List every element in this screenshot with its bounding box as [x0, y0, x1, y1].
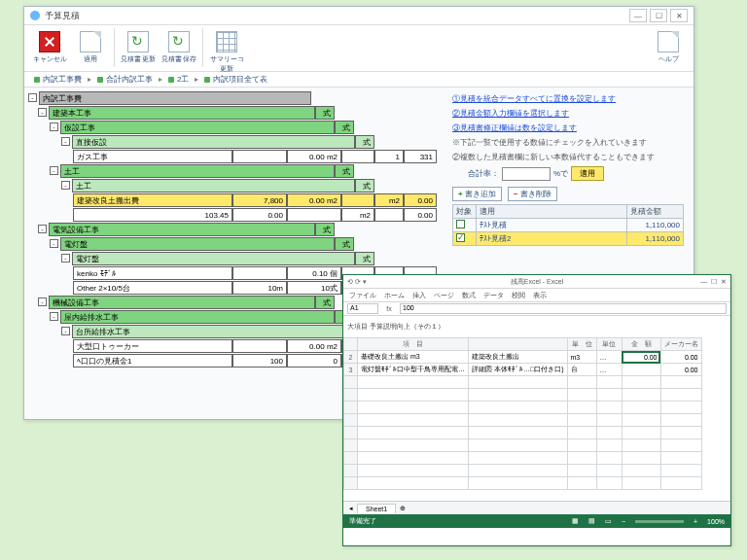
apply-button[interactable]: 適用 [71, 28, 110, 67]
cell[interactable]: 基礎改良土搬出 m3 [358, 351, 469, 364]
menu-page[interactable]: ページ [434, 291, 454, 300]
help-button[interactable]: ヘルプ [649, 28, 688, 67]
tree-node[interactable]: 土工 [72, 179, 355, 192]
row-head[interactable] [344, 402, 358, 414]
item-cell[interactable] [232, 339, 287, 353]
grid-row[interactable] [344, 389, 702, 402]
update1-button[interactable]: 見積書 更新 [119, 28, 158, 67]
menu-home[interactable]: ホーム [384, 291, 405, 300]
table-row[interactable]: ﾃｽﾄ見積 1,110,000 [453, 219, 684, 232]
item-cell[interactable]: 0.10 個 [287, 266, 341, 280]
tree-node[interactable]: 仮設工事 [60, 121, 335, 134]
grid-row[interactable]: 3 電灯盤ﾓﾃﾞﾙ口中型千鳥専用配電… 詳細図 本体ﾓﾃﾞﾙ…□口付き口) 台 … [344, 364, 702, 376]
name-box[interactable]: A1 [347, 303, 378, 314]
tree-toggle[interactable]: - [50, 166, 58, 175]
grid-row[interactable] [344, 414, 702, 427]
link-step2[interactable]: ②見積金額入力欄値を選択します [452, 108, 684, 119]
crumb-1[interactable]: 合計内訳工事 [97, 74, 153, 85]
cell[interactable] [622, 364, 660, 376]
item-cell[interactable] [341, 150, 374, 163]
view-break-icon[interactable]: ▭ [605, 517, 612, 525]
rate-apply-button[interactable]: 適用 [571, 166, 604, 181]
zoom-level[interactable]: 100% [707, 518, 725, 525]
row-head[interactable] [344, 427, 358, 439]
tree-root[interactable]: 内訳工事費 [39, 91, 311, 105]
grid-row[interactable] [344, 439, 702, 452]
table-row[interactable]: ﾃｽﾄ見積2 1,110,000 [453, 232, 684, 246]
link-step1[interactable]: ①見積を統合データすべてに置換を設定します [452, 93, 684, 104]
tree-toggle[interactable]: - [38, 108, 47, 117]
grid-row[interactable] [344, 376, 702, 389]
tree-toggle[interactable]: - [61, 181, 70, 190]
cell[interactable]: 電灯盤ﾓﾃﾞﾙ口中型千鳥専用配電… [358, 364, 469, 376]
cell[interactable]: 0.00 [660, 351, 701, 364]
col-D[interactable]: 単位 [596, 338, 622, 351]
selected-cell[interactable]: 0.00 [622, 351, 660, 364]
grid-row[interactable] [344, 465, 702, 477]
cell[interactable]: 建築改良土搬出 [469, 351, 568, 364]
row-head[interactable] [344, 452, 358, 465]
rate-input[interactable] [502, 167, 551, 181]
tree-node[interactable]: 電気設備工事 [49, 223, 315, 236]
menu-view[interactable]: 表示 [533, 291, 547, 300]
cell[interactable]: 0.00 [660, 364, 701, 376]
row-head[interactable] [344, 477, 358, 490]
tree-node[interactable]: 建築本工事 [49, 106, 315, 120]
menu-formula[interactable]: 数式 [462, 291, 476, 300]
item-name[interactable]: 大型口トゥーカー [73, 339, 232, 353]
grid-row[interactable] [344, 402, 702, 414]
tree-node[interactable]: 台所給排水工事 [72, 325, 355, 338]
tree-toggle[interactable]: - [50, 122, 58, 131]
tree-node[interactable]: 電灯盤 [72, 252, 355, 265]
item-name[interactable]: ガス工事 [73, 150, 232, 163]
grid-row[interactable]: 2 基礎改良土搬出 m3 建築改良土搬出 m3 … 0.00 0.00 [344, 351, 702, 364]
item-cell[interactable]: 0 [287, 354, 341, 368]
tree-node[interactable]: 機械設備工事 [49, 296, 315, 309]
fx-icon[interactable]: fx [382, 305, 396, 312]
tree-node[interactable]: 直接仮設 [72, 135, 355, 149]
item-cell[interactable] [341, 193, 374, 207]
item-cell[interactable] [232, 266, 287, 280]
tree-node[interactable]: 土工 [60, 164, 335, 178]
excel-grid[interactable]: 大項目 予算説明向上（その１） 項 目 単 位 単位 金 額 メーカー名 2 基… [343, 316, 730, 528]
item-cell[interactable]: 0.00 [404, 193, 437, 207]
cell[interactable]: 台 [567, 364, 596, 376]
col-C[interactable]: 単 位 [567, 338, 596, 351]
select-all-corner[interactable] [344, 338, 358, 351]
col-E[interactable]: 金 額 [622, 338, 660, 351]
update2-button[interactable]: 見積書 保存 [160, 28, 198, 67]
crumb-2[interactable]: 2工 [168, 74, 189, 85]
cell[interactable]: m3 [567, 351, 596, 364]
cell[interactable]: 詳細図 本体ﾓﾃﾞﾙ…□口付き口) [469, 364, 568, 376]
item-name[interactable]: 建築改良土搬出費 [73, 193, 232, 207]
item-cell[interactable] [232, 150, 287, 163]
grid-row[interactable] [344, 452, 702, 465]
delete-row-button[interactable]: −書き削除 [508, 187, 557, 201]
item-cell[interactable]: 0.00 m2 [287, 150, 341, 163]
tree-toggle[interactable]: - [38, 298, 47, 306]
tree-toggle[interactable]: - [61, 254, 70, 262]
cell[interactable]: … [596, 351, 622, 364]
menu-review[interactable]: 校閲 [512, 291, 525, 300]
item-name[interactable]: Other 2×10/5台 [73, 281, 232, 295]
crumb-3[interactable]: 内訳項目全て表 [204, 74, 267, 85]
add-row-button[interactable]: +書き追加 [452, 187, 502, 201]
cell[interactable]: … [596, 364, 622, 376]
tree-node[interactable]: 屋内給排水工事 [60, 310, 335, 324]
row-head[interactable] [344, 389, 358, 402]
row-head[interactable] [344, 439, 358, 452]
row-checkbox[interactable] [456, 220, 465, 228]
view-layout-icon[interactable]: ▤ [588, 517, 595, 525]
tree-node[interactable]: 電灯盤 [60, 237, 335, 251]
close-button[interactable]: ✕ [670, 9, 688, 22]
row-head[interactable] [344, 465, 358, 477]
sheet-tab[interactable]: Sheet1 [357, 504, 396, 513]
item-cell[interactable]: 0.00 m2 [287, 339, 341, 353]
menu-insert[interactable]: 挿入 [412, 291, 426, 300]
formula-input[interactable]: 100 [400, 303, 727, 314]
tree-toggle[interactable]: - [28, 93, 37, 102]
summary-button[interactable]: サマリーコ 更新 [207, 28, 246, 77]
item-cell[interactable]: 331 [404, 150, 437, 163]
tree-toggle[interactable]: - [50, 239, 58, 248]
grid-row[interactable] [344, 477, 702, 490]
